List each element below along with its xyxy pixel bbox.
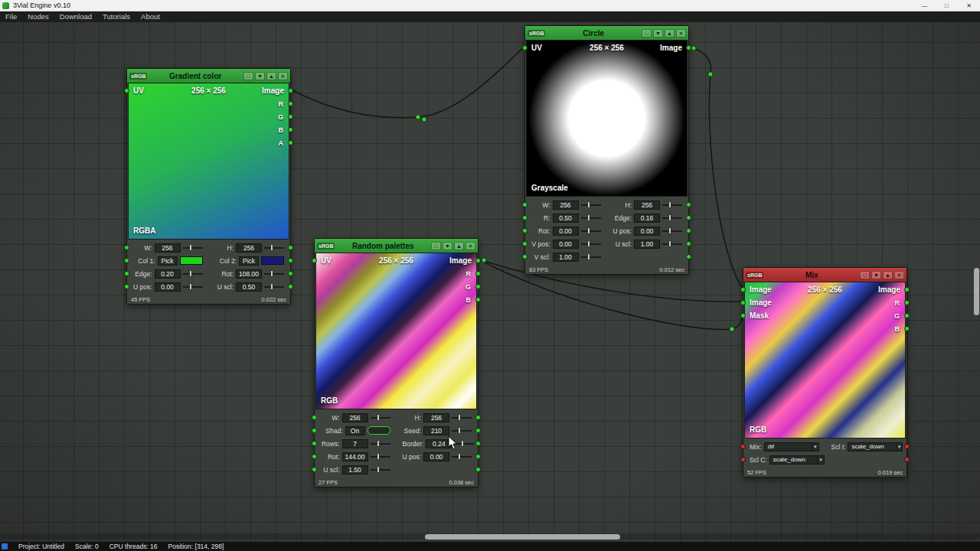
slider-knob[interactable] [668,201,671,208]
node-header[interactable]: sRGBRandom palettes□▼▲✕ [315,239,478,253]
param-port-right[interactable] [686,228,691,233]
output-port-a[interactable] [288,140,293,145]
slider-knob[interactable] [668,240,671,247]
slider-knob[interactable] [668,227,671,234]
param-port-right[interactable] [475,428,481,433]
param-port-right[interactable] [288,245,293,250]
param-slider[interactable] [581,214,601,221]
node-close-button[interactable]: ✕ [466,242,475,250]
menu-tutorials[interactable]: Tutorials [97,11,136,22]
param-slider[interactable] [371,440,390,447]
maximize-button[interactable]: □ [936,0,958,11]
param-port-right[interactable] [686,202,691,207]
param-port-right[interactable] [475,467,481,472]
param-port-left[interactable] [522,202,528,207]
dropdown[interactable]: dif▾ [764,442,819,452]
slider-knob[interactable] [587,227,590,234]
param-value-box[interactable]: 108.00 [236,269,262,279]
output-port-b[interactable] [475,297,481,302]
param-slider[interactable] [452,414,472,421]
output-port-r[interactable] [904,300,910,305]
output-port-r[interactable] [288,101,293,106]
slider-knob[interactable] [377,414,380,421]
param-port-left[interactable] [522,241,528,246]
output-port-r[interactable] [475,271,481,276]
param-port-left[interactable] [522,254,528,259]
vertical-scrollbar-thumb[interactable] [974,268,979,315]
menu-nodes[interactable]: Nodes [22,11,54,22]
node-pin-button[interactable]: □ [860,271,870,279]
minimize-button[interactable]: — [913,0,936,11]
output-port-image[interactable] [475,258,481,263]
param-value-box[interactable]: 0.20 [155,269,181,279]
slider-knob[interactable] [377,453,380,460]
slider-knob[interactable] [377,466,380,473]
param-slider[interactable] [371,414,390,421]
horizontal-scrollbar[interactable] [0,533,980,540]
output-port-image[interactable] [288,88,293,93]
output-port-g[interactable] [475,284,481,289]
param-port-left[interactable] [312,454,317,459]
param-port-right[interactable] [904,444,910,449]
param-slider[interactable] [371,466,390,473]
color-pick-button[interactable]: Pick [158,256,178,266]
param-port-right[interactable] [288,271,293,276]
output-port-g[interactable] [904,313,910,318]
menu-file[interactable]: File [0,11,22,22]
param-value-box[interactable]: 0.00 [553,240,579,249]
output-port-g[interactable] [288,114,293,119]
node-pin-button[interactable]: □ [431,242,441,250]
node-expand-button[interactable]: ▲ [454,242,464,250]
shade-color-swatch[interactable] [368,426,390,435]
param-value-box[interactable]: 0.00 [634,227,660,236]
param-value-box[interactable]: 256 [553,201,579,210]
param-slider[interactable] [264,283,284,290]
param-value-box[interactable]: 0.00 [553,227,579,236]
node-header[interactable]: sRGBCircle□▼▲✕ [525,26,688,40]
slider-knob[interactable] [587,240,590,247]
close-button[interactable]: ✕ [958,0,980,11]
param-port-right[interactable] [475,454,481,459]
param-slider[interactable] [183,244,203,251]
slider-knob[interactable] [189,244,192,251]
param-port-left[interactable] [312,441,317,446]
param-port-left[interactable] [124,271,129,276]
color-swatch[interactable] [261,256,284,265]
dropdown[interactable]: scale_down▾ [848,442,903,452]
param-value-box[interactable]: 0.50 [236,282,262,292]
slider-knob[interactable] [270,270,273,277]
param-port-left[interactable] [312,415,317,420]
dropdown[interactable]: scale_down▾ [769,455,825,465]
param-value-box[interactable]: 256 [342,413,368,422]
param-value-box[interactable]: 0.16 [634,214,660,223]
slider-knob[interactable] [270,283,273,290]
input-port-image-0[interactable] [740,287,746,292]
color-pick-button[interactable]: Pick [239,256,259,266]
wire-connection-dot[interactable] [422,117,426,122]
input-port-uv-0[interactable] [312,258,317,263]
node-expand-button[interactable]: ▲ [665,29,675,37]
param-value-box[interactable]: 256 [423,413,449,422]
param-slider[interactable] [371,453,390,460]
node-expand-button[interactable]: ▲ [883,271,893,279]
param-slider[interactable] [662,214,682,221]
param-slider[interactable] [452,453,472,460]
output-port-b[interactable] [904,326,910,331]
param-value-box[interactable]: 256 [155,243,181,253]
toggle-button[interactable]: On [345,426,365,435]
node-close-button[interactable]: ✕ [278,72,288,80]
slider-knob[interactable] [270,244,273,251]
slider-knob[interactable] [458,453,461,460]
param-slider[interactable] [581,253,601,260]
menu-about[interactable]: About [136,11,165,22]
input-port-mask-2[interactable] [740,313,746,318]
node-header[interactable]: sRGBMix□▼▲✕ [743,268,906,282]
param-port-left[interactable] [740,457,746,462]
param-value-box[interactable]: 210 [423,426,449,435]
param-port-right[interactable] [904,457,910,462]
wire-connection-dot[interactable] [730,327,734,331]
node-collapse-button[interactable]: ▼ [871,271,881,279]
param-value-box[interactable]: 1.00 [553,253,579,262]
wire-connection-dot[interactable] [482,258,486,262]
wire-connection-dot[interactable] [691,46,696,51]
